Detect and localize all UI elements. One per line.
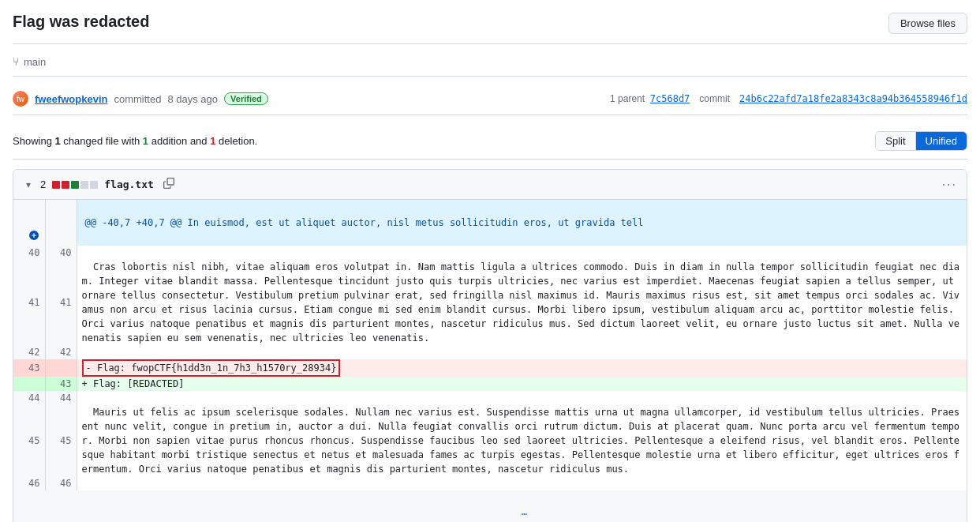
line-code: + Flag: [REDACTED] <box>77 377 967 391</box>
author-name[interactable]: fweefwopkevin <box>35 93 107 105</box>
line-num-new: 42 <box>45 345 77 359</box>
line-num-old: 41 <box>13 260 45 345</box>
commit-label: commit <box>699 93 730 104</box>
line-num-old: 44 <box>13 391 45 405</box>
diff-stat-pills <box>52 181 98 189</box>
branch-name: main <box>24 56 46 68</box>
copy-filename-button[interactable] <box>160 176 178 193</box>
diff-file-menu[interactable]: ··· <box>942 178 957 192</box>
diff-file: ▾ 2 flag.txt <box>13 169 967 522</box>
parent-label: 1 parent 7c568d7 <box>610 93 690 104</box>
line-num-new: 46 <box>45 476 77 490</box>
diff-stats-bar: Showing 1 changed file with 1 addition a… <box>13 125 967 160</box>
deletions-num: 1 <box>210 135 215 147</box>
diff-line-row: 4646 <box>13 476 967 490</box>
hunk-line-num-old <box>13 200 45 246</box>
pill-del-2 <box>62 181 69 189</box>
diff-line-row: 4141 Cras lobortis nisl nibh, vitae aliq… <box>13 260 967 345</box>
expand-row-bottom[interactable]: ⋯ <box>13 490 967 522</box>
showing-label: Showing <box>13 135 52 147</box>
line-code <box>77 345 967 359</box>
expand-icon: ⋯ <box>522 509 527 520</box>
commit-action: committed <box>114 93 161 105</box>
line-num-new: 43 <box>45 377 77 391</box>
hunk-code: @@ -40,7 +40,7 @@ In euismod, est ut ali… <box>77 200 967 246</box>
commit-title-section: Flag was redacted <box>13 13 149 31</box>
line-code <box>77 246 967 260</box>
hunk-line-num-new <box>45 200 77 246</box>
page-wrapper: Flag was redacted Browse files ⑂ main fw… <box>0 0 980 522</box>
parent-label-text: 1 parent <box>610 93 645 104</box>
pill-add-1 <box>71 181 79 189</box>
commit-parent-info: 1 parent 7c568d7 commit 24b6c22afd7a18fe… <box>610 93 967 104</box>
hunk-header-row: @@ -40,7 +40,7 @@ In euismod, est ut ali… <box>13 200 967 246</box>
commit-meta: fw fweefwopkevin committed 8 days ago Ve… <box>13 84 967 115</box>
commit-hash[interactable]: 24b6c22afd7a18fe2a8343c8a94b364558946f1d <box>739 93 967 104</box>
verified-badge: Verified <box>224 92 268 105</box>
line-num-new: 45 <box>45 405 77 476</box>
line-num-old: 46 <box>13 476 45 490</box>
diff-file-header-left: ▾ 2 flag.txt <box>23 176 178 193</box>
changed-files-label: changed file <box>63 135 118 147</box>
pill-del-1 <box>52 181 60 189</box>
commit-title: Flag was redacted <box>13 13 149 31</box>
collapse-button[interactable]: ▾ <box>23 178 34 192</box>
diff-line-row: 4242 <box>13 345 967 359</box>
diff-line-row: 4444 <box>13 391 967 405</box>
line-num-new <box>45 359 77 377</box>
line-code: Mauris ut felis ac ipsum scelerisque sod… <box>77 405 967 476</box>
line-num-new: 41 <box>45 260 77 345</box>
diff-expand-table: ⋯ <box>13 490 967 522</box>
diff-filename: flag.txt <box>104 178 154 190</box>
line-num-new: 44 <box>45 391 77 405</box>
avatar: fw <box>13 91 28 107</box>
flag-highlight: - Flag: fwopCTF{h1dd3n_1n_7h3_h1570ry_28… <box>82 359 341 377</box>
line-num-new: 40 <box>45 246 77 260</box>
commit-time: 8 days ago <box>167 93 218 105</box>
line-code: Cras lobortis nisl nibh, vitae aliquam e… <box>77 260 967 345</box>
commit-author-section: fw fweefwopkevin committed 8 days ago Ve… <box>13 91 268 107</box>
line-code <box>77 391 967 405</box>
line-num-old: 45 <box>13 405 45 476</box>
line-num-old <box>13 377 45 391</box>
diff-stats-text: Showing 1 changed file with 1 addition a… <box>13 135 257 147</box>
line-code: - Flag: fwopCTF{h1dd3n_1n_7h3_h1570ry_28… <box>77 359 967 377</box>
diff-stat-num: 2 <box>40 178 46 190</box>
branch-row: ⑂ main <box>13 52 967 77</box>
pill-neutral-1 <box>80 181 88 189</box>
deletions-label: deletion. <box>219 135 257 147</box>
branch-icon: ⑂ <box>13 55 19 68</box>
diff-line-row: 43- Flag: fwopCTF{h1dd3n_1n_7h3_h1570ry_… <box>13 359 967 377</box>
num-changes-label: 2 <box>40 178 46 190</box>
line-num-old: 43 <box>13 359 45 377</box>
view-toggle: Split Unified <box>875 131 967 151</box>
and-label: and <box>190 135 208 147</box>
line-code <box>77 476 967 490</box>
diff-line-row: 43+ Flag: [REDACTED] <box>13 377 967 391</box>
diff-file-header: ▾ 2 flag.txt <box>13 170 967 200</box>
changed-files-num: 1 <box>55 135 61 147</box>
diff-line-row: 4040 <box>13 246 967 260</box>
with-label: with <box>122 135 140 147</box>
diff-line-row: 4545 Mauris ut felis ac ipsum scelerisqu… <box>13 405 967 476</box>
line-num-old: 42 <box>13 345 45 359</box>
pill-neutral-2 <box>90 181 98 189</box>
commit-header: Flag was redacted Browse files <box>13 13 967 44</box>
additions-label: addition <box>151 135 188 147</box>
avatar-initials: fw <box>17 95 24 103</box>
diff-table: @@ -40,7 +40,7 @@ In euismod, est ut ali… <box>13 200 967 490</box>
browse-files-button[interactable]: Browse files <box>888 13 967 34</box>
additions-num: 1 <box>143 135 148 147</box>
parent-hash[interactable]: 7c568d7 <box>650 93 690 104</box>
line-num-old: 40 <box>13 246 45 260</box>
split-view-button[interactable]: Split <box>876 132 915 150</box>
unified-view-button[interactable]: Unified <box>916 132 967 150</box>
